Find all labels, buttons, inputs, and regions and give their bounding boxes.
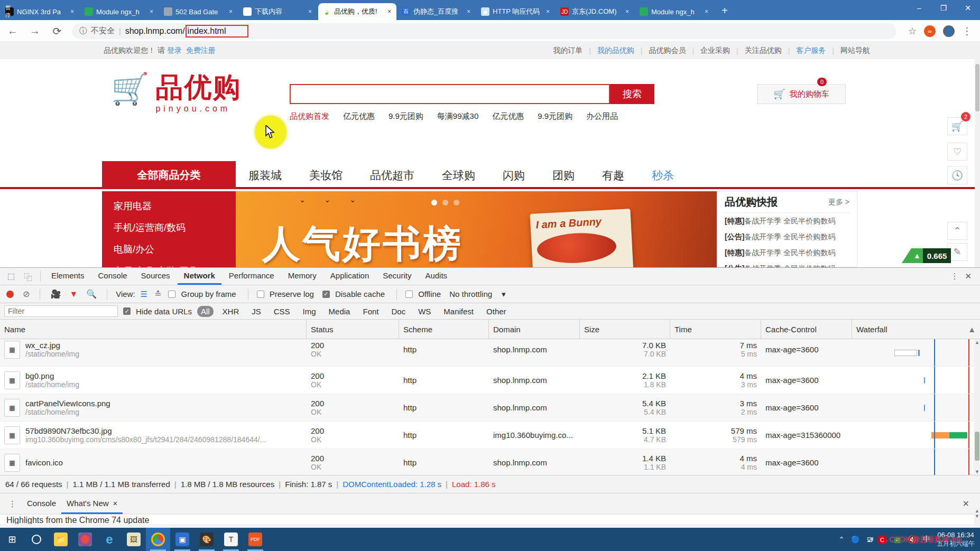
nav-fun[interactable]: 有趣 [602,168,624,183]
category-home[interactable]: 家居/家具/家装/厨具 [114,260,236,267]
nav-global[interactable]: 全球购 [442,168,475,183]
tray-bluetooth-icon[interactable]: 🔵 [851,535,860,544]
pdf-app-icon[interactable]: PDF [243,528,267,551]
table-scrollbar[interactable]: ▲ ▼ [974,339,980,475]
tab-http-codes[interactable]: ◉ HTTP 响应代码 × [477,3,555,20]
back-button[interactable]: ← [5,25,20,37]
throttling-dropdown[interactable]: No throttling ▾ [449,289,505,299]
drawer-tab-close-icon[interactable]: × [113,499,118,508]
hotword[interactable]: 办公用品 [586,111,618,122]
hotword-first[interactable]: 品优购首发 [290,111,329,122]
page-scrollbar[interactable] [975,43,980,267]
floating-favorites-icon[interactable]: ♡ [947,143,967,161]
filter-type-img[interactable]: Img [299,306,320,317]
filter-type-other[interactable]: Other [483,306,510,317]
typora-icon[interactable]: T [219,528,243,551]
tab-baidu-search[interactable]: 百 伪静态_百度搜 × [397,3,476,20]
reload-button[interactable]: ⟳ [50,25,64,38]
network-request-row[interactable]: ▦bg0.png/static/home/img200OKhttpshop.ln… [0,367,980,394]
request-rows-view-icon[interactable]: ☰ [141,289,147,299]
profile-avatar-icon[interactable]: 👤 [943,25,955,37]
login-link[interactable]: 登录 [167,46,182,54]
tray-ime-indicator[interactable]: 中 [923,535,930,544]
menu-enterprise[interactable]: 企业采购 [694,46,736,55]
network-request-row[interactable]: ▦cartPanelViewIcons.png/static/home/img2… [0,394,980,422]
category-computers[interactable]: 电脑/办公 [114,239,236,260]
carousel-dot[interactable] [454,200,459,206]
carousel-banner[interactable]: ⌄ ⌄ ⌄ 人气好书榜 I am a Bunny [236,191,717,267]
photos-app-icon[interactable] [73,528,97,551]
overview-view-icon[interactable]: ≛ [153,289,163,299]
offline-label[interactable]: Offline [418,289,441,298]
page-scrollbar-thumb[interactable] [975,64,979,111]
clear-icon[interactable]: ⊘ [21,289,31,299]
site-logo[interactable]: 🛒 品优购 pinyou.com [111,73,241,114]
screenshot-capture-icon[interactable]: 🎥 [49,289,62,299]
devtools-tab-sources[interactable]: Sources [135,268,177,285]
menu-customer-service[interactable]: 客户服务 [790,46,832,55]
filter-type-font[interactable]: Font [359,306,382,317]
group-by-frame-checkbox[interactable] [168,291,175,298]
screen-recorder-icon[interactable]: 🎨 [195,528,219,551]
tray-volume-muted-icon[interactable]: 🔇 [908,535,917,544]
news-item[interactable]: [公告]备战开学季 全民半价购数码 [725,229,849,245]
new-tab-button[interactable]: + [717,3,733,18]
edge-browser-icon[interactable]: e [97,528,122,551]
filter-type-js[interactable]: JS [248,306,265,317]
preserve-log-label[interactable]: Preserve log [270,289,314,298]
devtools-close-icon[interactable]: ✕ [965,272,972,281]
tab-close-icon[interactable]: × [307,8,313,15]
filter-type-ws[interactable]: WS [414,306,434,317]
info-icon[interactable]: ⓘ [79,26,87,36]
network-request-row[interactable]: ▦wx_cz.jpg/static/home/img200OKhttpshop.… [0,339,980,367]
devtools-tab-elements[interactable]: Elements [45,268,91,285]
offline-checkbox[interactable] [405,291,413,298]
tab-close-icon[interactable]: × [149,8,154,15]
device-toolbar-icon[interactable]: ⿻ [20,269,36,283]
nav-supermarket[interactable]: 品优超市 [370,168,414,183]
tab-502-bad-gateway[interactable]: 502 Bad Gate × [160,3,238,20]
devtools-tab-performance[interactable]: Performance [223,268,281,285]
drawer-tab-console[interactable]: Console [22,493,61,514]
tab-pinyou-active[interactable]: 🍃 品优购，优质! × [318,3,396,20]
bookmark-star-icon[interactable]: ☆ [908,25,917,37]
cortana-button[interactable] [24,528,49,551]
chrome-taskbar-icon[interactable] [146,528,170,551]
hide-data-urls-label[interactable]: Hide data URLs [136,307,192,316]
tab-module-ngx-2[interactable]: Module ngx_h × [635,3,714,20]
blue-app-icon[interactable]: ▣ [170,528,195,551]
nav-beauty[interactable]: 美妆馆 [309,168,343,183]
devtools-tab-memory[interactable]: Memory [282,268,323,285]
window-close-button[interactable]: ✕ [956,0,980,16]
tab-close-icon[interactable]: × [545,8,551,15]
tray-security-icon[interactable]: ▣ [894,535,901,544]
extension-icon[interactable]: ∞ [924,25,936,37]
filter-type-all[interactable]: All [197,306,214,317]
search-button[interactable]: 搜索 [610,84,654,104]
preserve-log-checkbox[interactable] [257,291,264,298]
tab-close-icon[interactable]: × [624,8,630,15]
news-item[interactable]: [特惠]备战开学季 全民半价购数码 [725,213,849,229]
all-categories-button[interactable]: 全部商品分类 [102,161,236,189]
drawer-close-icon[interactable]: ✕ [963,499,977,509]
start-button[interactable]: ⊞ [0,528,24,551]
news-item[interactable]: [特惠]备战开学季 全民半价购数码 [725,245,849,260]
menu-my-orders[interactable]: 我的订单 [547,46,589,55]
network-request-row[interactable]: ▦57bd9890N73efbc30.jpgimg10.360buyimg.co… [0,422,980,449]
image-viewer-icon[interactable]: 🖼 [122,528,146,551]
carousel-dot-active[interactable] [431,200,437,206]
filter-funnel-icon[interactable]: ▼ [68,289,79,299]
devtools-tab-application[interactable]: Application [324,268,375,285]
hide-data-urls-checkbox[interactable]: ✓ [123,307,131,315]
hotword[interactable]: 9.9元团购 [389,111,423,122]
menu-member[interactable]: 品优购会员 [642,46,692,55]
filter-type-doc[interactable]: Doc [387,306,409,317]
menu-follow[interactable]: 关注品优购 [738,46,788,55]
tab-close-icon[interactable]: × [69,8,75,15]
scroll-top-icon[interactable]: ⌃ [947,222,967,240]
tab-module-ngx-1[interactable]: Module ngx_h × [80,3,159,20]
file-explorer-icon[interactable]: 📁 [49,528,73,551]
devtools-tab-audits[interactable]: Audits [419,268,454,285]
group-by-frame-label[interactable]: Group by frame [181,289,236,298]
nav-clothing[interactable]: 服装城 [248,168,282,183]
